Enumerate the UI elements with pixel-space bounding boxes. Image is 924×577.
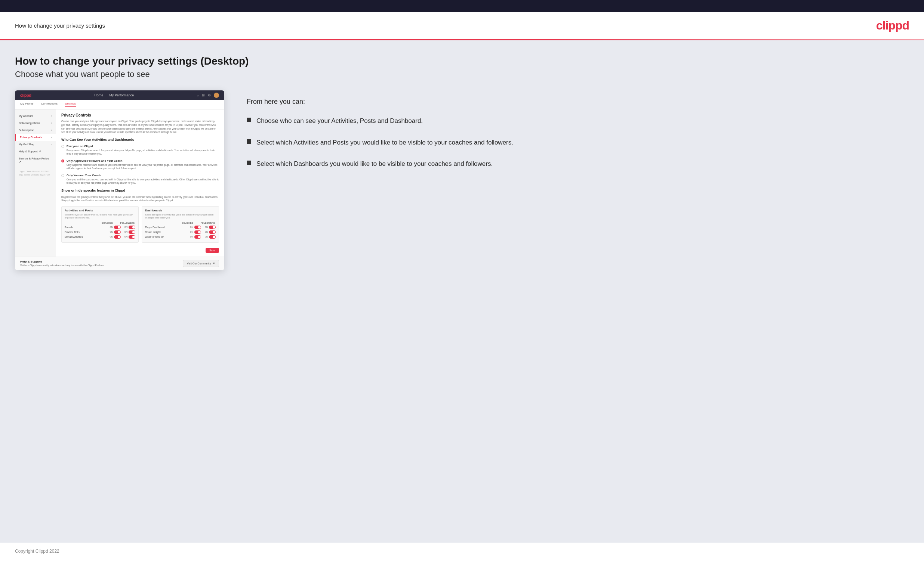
privacy-controls-title: Privacy Controls: [61, 113, 219, 117]
visit-community-label: Visit Our Community: [187, 262, 211, 265]
app-nav-links: Home My Performance: [94, 93, 134, 97]
rounds-coaches-pill[interactable]: [114, 226, 121, 229]
grid-icon[interactable]: ⊞: [202, 93, 205, 97]
help-support-title: Help & Support: [20, 260, 105, 263]
radio-only-you-content: Only You and Your Coach Only you and the…: [66, 174, 219, 184]
show-hide-title: Show or hide specific features in Clippd: [61, 189, 219, 192]
radio-everyone[interactable]: Everyone on Clippd Everyone on Clippd ca…: [61, 145, 219, 155]
bullet-item-1: Choose who can see your Activities, Post…: [247, 116, 901, 126]
player-dashboard-label: Player Dashboard: [145, 226, 187, 229]
radio-followers-content: Only Approved Followers and Your Coach O…: [66, 159, 219, 170]
bullet-text-1: Choose who can see your Activities, Post…: [257, 116, 423, 126]
manual-activities-row: Manual Activities ON ON: [65, 235, 135, 239]
bullet-list: Choose who can see your Activities, Post…: [247, 116, 901, 169]
sidebar-item-serviceprivacy[interactable]: Service & Privacy Policy ↗: [15, 155, 56, 166]
help-support-desc: Visit our Clippd community to troublesho…: [20, 264, 105, 267]
show-hide-desc: Regardless of the privacy controls that …: [61, 195, 219, 203]
practice-drills-row: Practice Drills ON ON: [65, 230, 135, 234]
app-nav-logo: clippd: [20, 93, 31, 97]
round-coaches-on-label: ON: [190, 231, 193, 233]
app-nav-performance[interactable]: My Performance: [109, 93, 134, 97]
sidebar-item-helpsupport[interactable]: Help & Support ↗: [15, 148, 56, 155]
screenshot-container: clippd Home My Performance ⌕ ⊞ ⚙ My Prof…: [15, 90, 224, 270]
copyright-text: Copyright Clippd 2022: [15, 549, 60, 554]
practice-coaches-toggle[interactable]: ON: [110, 230, 121, 234]
practice-coaches-pill[interactable]: [114, 230, 121, 234]
radio-followers[interactable]: Only Approved Followers and Your Coach O…: [61, 159, 219, 170]
radio-followers-circle: [61, 160, 64, 163]
round-coaches-toggle[interactable]: ON: [190, 230, 201, 234]
subnav-connections[interactable]: Connections: [41, 102, 58, 107]
manual-followers-pill[interactable]: [129, 235, 135, 239]
sidebar-item-subscription[interactable]: Subscription ›: [15, 127, 56, 134]
activities-followers-header: FOLLOWERS: [120, 222, 134, 224]
manual-followers-toggle[interactable]: ON: [124, 235, 135, 239]
round-followers-toggle[interactable]: ON: [205, 230, 216, 234]
practice-followers-pill[interactable]: [129, 230, 135, 234]
practice-followers-toggle[interactable]: ON: [124, 230, 135, 234]
radio-followers-label: Only Approved Followers and Your Coach: [66, 159, 219, 163]
sidebar-item-serviceprivacy-label: Service & Privacy Policy ↗: [19, 157, 52, 164]
round-insights-row: Round Insights ON ON: [145, 230, 216, 234]
sidebar-item-dataintegrations[interactable]: Data Integrations ›: [15, 119, 56, 127]
what-coaches-pill[interactable]: [194, 235, 201, 239]
sidebar-item-subscription-label: Subscription: [19, 129, 34, 132]
activities-posts-desc: Select the types of activity that you'd …: [65, 213, 135, 219]
sidebar-item-myaccount[interactable]: My Account ›: [15, 113, 56, 119]
search-icon[interactable]: ⌕: [197, 93, 199, 97]
top-bar: [0, 0, 924, 12]
radio-everyone-label: Everyone on Clippd: [66, 145, 219, 148]
player-followers-toggle[interactable]: ON: [205, 226, 216, 229]
rounds-followers-toggle[interactable]: ON: [124, 226, 135, 229]
what-followers-pill[interactable]: [209, 235, 216, 239]
content-row: clippd Home My Performance ⌕ ⊞ ⚙ My Prof…: [15, 90, 909, 270]
subnav-myprofile[interactable]: My Profile: [20, 102, 34, 107]
practice-coaches-on-label: ON: [110, 231, 113, 233]
round-coaches-pill[interactable]: [194, 230, 201, 234]
save-button[interactable]: Save: [205, 248, 219, 253]
bullet-text-3: Select which Dashboards you would like t…: [257, 159, 493, 169]
sidebar-item-privacycontrols-label: Privacy Controls: [20, 135, 42, 139]
round-followers-on-label: ON: [205, 231, 208, 233]
user-avatar[interactable]: [214, 93, 219, 98]
player-coaches-pill[interactable]: [194, 226, 201, 229]
manual-activities-label: Manual Activities: [65, 236, 106, 238]
subnav-settings[interactable]: Settings: [65, 102, 76, 107]
visit-community-button[interactable]: Visit Our Community ↗: [183, 260, 219, 267]
main-content: How to change your privacy settings (Des…: [0, 40, 924, 543]
page-subheading: Choose what you want people to see: [15, 69, 909, 79]
dashboards-followers-header: FOLLOWERS: [201, 222, 215, 224]
player-followers-pill[interactable]: [209, 226, 216, 229]
manual-coaches-toggle[interactable]: ON: [110, 235, 121, 239]
practice-drills-label: Practice Drills: [65, 231, 106, 234]
rounds-followers-pill[interactable]: [129, 226, 135, 229]
bullet-square-3: [247, 161, 251, 165]
sidebar-item-mygolfbag[interactable]: My Golf Bag ›: [15, 141, 56, 148]
radio-only-you[interactable]: Only You and Your Coach Only you and the…: [61, 174, 219, 184]
what-followers-toggle[interactable]: ON: [205, 235, 216, 239]
settings-icon[interactable]: ⚙: [208, 93, 211, 97]
what-coaches-toggle[interactable]: ON: [190, 235, 201, 239]
chevron-right-icon: ›: [51, 122, 52, 124]
external-link-icon: ↗: [212, 262, 215, 265]
app-main-panel: Privacy Controls Control how you and you…: [56, 110, 224, 256]
save-row: Save: [61, 246, 219, 253]
chevron-right-icon: ›: [51, 114, 52, 117]
rounds-row: Rounds ON ON: [65, 226, 135, 229]
right-panel: From here you can: Choose who can see yo…: [239, 90, 909, 169]
sidebar-item-privacycontrols[interactable]: Privacy Controls ›: [15, 134, 56, 141]
app-sidebar: My Account › Data Integrations › Subscri…: [15, 110, 56, 256]
sidebar-item-mygolfbag-label: My Golf Bag: [19, 143, 34, 146]
app-nav-home[interactable]: Home: [94, 93, 103, 97]
rounds-coaches-toggle[interactable]: ON: [110, 226, 121, 229]
activities-coaches-header: COACHES: [102, 222, 113, 224]
sidebar-version: Clippd Client Version: 2022.8.2SQL Serve…: [15, 166, 56, 179]
what-to-work-label: What To Work On: [145, 236, 187, 238]
player-coaches-toggle[interactable]: ON: [190, 226, 201, 229]
round-followers-pill[interactable]: [209, 230, 216, 234]
app-nav: clippd Home My Performance ⌕ ⊞ ⚙: [15, 90, 224, 100]
header: How to change your privacy settings clip…: [0, 12, 924, 39]
manual-coaches-pill[interactable]: [114, 235, 121, 239]
rounds-label: Rounds: [65, 226, 106, 229]
activities-posts-title: Activities and Posts: [65, 209, 135, 212]
